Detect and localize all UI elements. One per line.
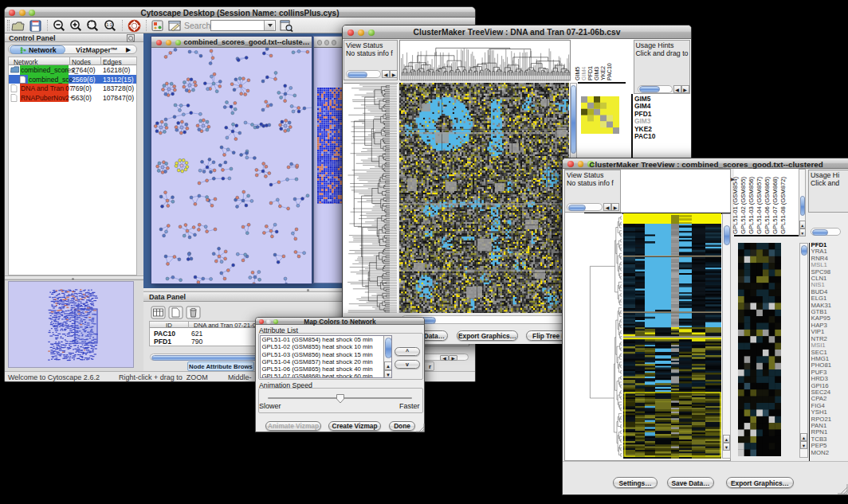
svg-text:1:1: 1:1	[106, 22, 112, 27]
